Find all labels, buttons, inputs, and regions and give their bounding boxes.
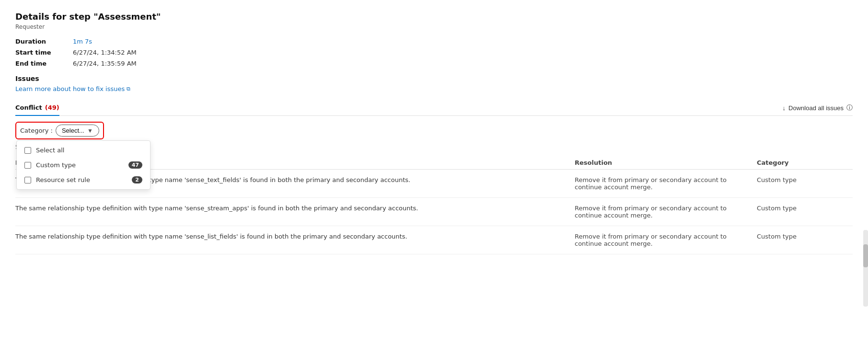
issue-category: Custom type (757, 233, 853, 240)
issue-resolution: Remove it from primary or secondary acco… (575, 205, 757, 219)
filter-container: Category : Select... ▼ Select all Custom… (15, 122, 104, 139)
end-value: 6/27/24, 1:35:59 AM (73, 60, 169, 67)
dropdown-item-select-all[interactable]: Select all (17, 143, 150, 158)
table-row: The same relationship type definition wi… (15, 226, 853, 254)
meta-table: Duration 1m 7s Start time 6/27/24, 1:34:… (15, 38, 853, 67)
col-header-category: Category (757, 159, 853, 166)
filter-row: Category : Select... ▼ Select all Custom… (15, 122, 853, 139)
info-icon: ⓘ (846, 103, 853, 112)
chevron-down-icon: ▼ (87, 127, 93, 134)
page-container: Details for step "Assessment" Requester … (0, 0, 868, 343)
custom-type-badge: 47 (128, 161, 142, 169)
conflict-tab[interactable]: Conflict (49) (15, 100, 59, 116)
external-link-icon: ⧉ (127, 86, 130, 92)
issue-message: The same relationship type definition wi… (15, 233, 575, 240)
issue-message: The same relationship type definition wi… (15, 205, 575, 212)
issue-resolution: Remove it from primary or secondary acco… (575, 176, 757, 191)
dropdown-item-resource-set-rule[interactable]: Resource set rule 2 (17, 172, 150, 187)
page-subtitle: Requester (15, 23, 853, 30)
tabs-row: Conflict (49) ↓ Download all issues ⓘ (15, 100, 853, 116)
issue-resolution: Remove it from primary or secondary acco… (575, 233, 757, 247)
download-all-issues-button[interactable]: ↓ Download all issues ⓘ (783, 103, 853, 112)
category-filter-label: Category : (20, 127, 53, 134)
resource-set-rule-checkbox[interactable] (24, 177, 31, 183)
issues-section-title: Issues (15, 75, 853, 82)
select-placeholder: Select... (62, 127, 84, 134)
custom-type-checkbox[interactable] (24, 162, 31, 169)
col-header-resolution: Resolution (575, 159, 757, 166)
issue-category: Custom type (757, 205, 853, 212)
page-title: Details for step "Assessment" (15, 11, 853, 22)
conflict-tab-label: Conflict (15, 104, 42, 111)
select-all-label: Select all (36, 147, 64, 154)
duration-value: 1m 7s (73, 38, 169, 45)
dropdown-item-custom-type[interactable]: Custom type 47 (17, 158, 150, 172)
learn-link[interactable]: Learn more about how to fix issues ⧉ (15, 85, 130, 92)
issue-category: Custom type (757, 176, 853, 183)
resource-set-rule-label: Resource set rule (36, 176, 90, 183)
learn-link-text: Learn more about how to fix issues (15, 85, 125, 92)
resource-set-rule-badge: 2 (132, 176, 142, 183)
start-value: 6/27/24, 1:34:52 AM (73, 49, 169, 56)
start-label: Start time (15, 49, 73, 56)
scrollbar-thumb[interactable] (863, 244, 868, 267)
category-dropdown-menu: Select all Custom type 47 Resource set r… (16, 140, 150, 190)
select-all-checkbox[interactable] (24, 147, 31, 154)
conflict-tab-count: (49) (45, 104, 59, 111)
download-icon: ↓ (783, 104, 786, 112)
category-select-button[interactable]: Select... ▼ (56, 125, 99, 137)
download-btn-label: Download all issues (788, 104, 844, 112)
end-label: End time (15, 60, 73, 67)
duration-label: Duration (15, 38, 73, 45)
scrollbar-track[interactable] (863, 230, 868, 307)
table-row: The same relationship type definition wi… (15, 198, 853, 226)
custom-type-label: Custom type (36, 161, 76, 169)
